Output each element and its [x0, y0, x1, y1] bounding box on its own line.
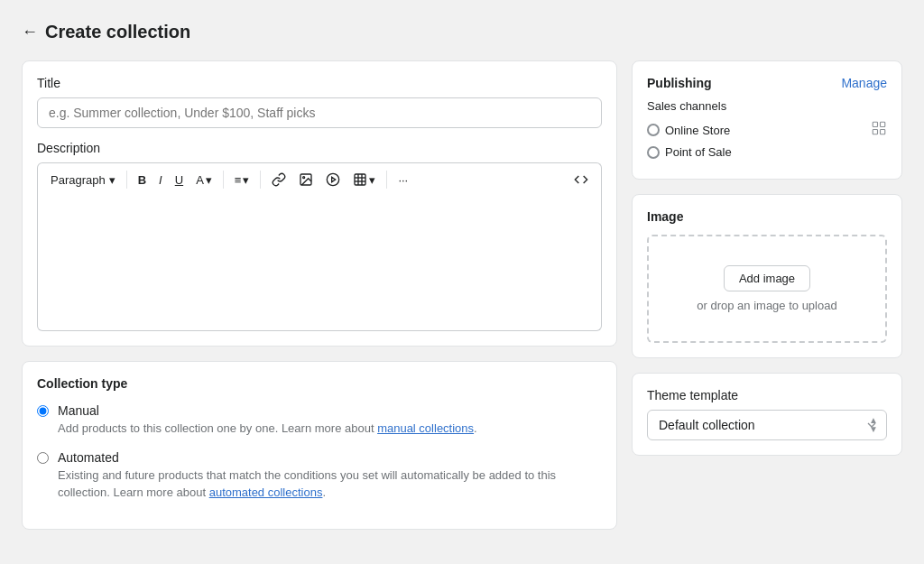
manual-collections-link[interactable]: manual collections [377, 421, 474, 435]
drop-hint: or drop an image to upload [697, 299, 836, 312]
online-store-radio-circle [647, 124, 660, 136]
video-button[interactable] [320, 169, 346, 190]
svg-point-2 [328, 173, 339, 185]
align-icon: ≡ [235, 173, 242, 187]
theme-template-card: Theme template Default collection Custom… [632, 373, 902, 456]
left-column: Title Description Paragraph ▾ B I U [22, 60, 617, 530]
svg-rect-10 [881, 122, 885, 126]
channel-point-of-sale: Point of Sale [647, 145, 887, 159]
code-button[interactable] [568, 169, 594, 190]
title-input[interactable] [37, 97, 602, 128]
text-color-chevron: ▾ [206, 173, 212, 187]
manual-desc: Add products to this collection one by o… [58, 420, 477, 438]
manual-radio[interactable] [37, 405, 49, 417]
text-color-label: A [196, 173, 204, 187]
paragraph-group: Paragraph ▾ [45, 170, 121, 190]
theme-select-wrapper: Default collection Custom template ▲ ▼ [647, 410, 887, 440]
align-group: ≡ ▾ [229, 170, 255, 190]
link-icon [272, 172, 286, 187]
format-group: B I U A ▾ [133, 170, 217, 190]
image-dropzone[interactable]: Add image or drop an image to upload [647, 235, 887, 343]
theme-select[interactable]: Default collection Custom template [647, 410, 887, 440]
video-icon [326, 172, 340, 187]
manual-content: Manual Add products to this collection o… [58, 403, 477, 438]
publishing-header: Publishing Manage [647, 76, 887, 90]
underline-button[interactable]: U [170, 170, 189, 190]
bold-button[interactable]: B [133, 170, 152, 190]
table-chevron: ▾ [369, 173, 375, 187]
text-color-button[interactable]: A ▾ [190, 170, 217, 190]
paragraph-label: Paragraph [51, 173, 106, 187]
pos-radio-circle [647, 146, 660, 159]
channel-online-store-left: Online Store [647, 124, 730, 137]
add-image-button[interactable]: Add image [724, 265, 810, 291]
channel-pos-left: Point of Sale [647, 145, 732, 159]
title-label: Title [37, 76, 602, 90]
theme-title: Theme template [647, 388, 887, 402]
toolbar-divider-3 [260, 171, 261, 189]
publishing-title: Publishing [647, 76, 712, 90]
automated-radio[interactable] [37, 452, 49, 464]
publishing-card: Publishing Manage Sales channels Online … [632, 60, 902, 180]
automated-label: Automated [58, 450, 602, 465]
code-icon [574, 172, 588, 187]
description-editor[interactable] [37, 196, 602, 331]
paragraph-dropdown[interactable]: Paragraph ▾ [45, 170, 121, 190]
automated-collections-link[interactable]: automated collections [209, 485, 323, 499]
svg-rect-9 [873, 122, 877, 126]
image-title: Image [647, 209, 887, 224]
svg-point-1 [303, 177, 305, 179]
align-chevron: ▾ [243, 173, 249, 187]
channel-online-store: Online Store [647, 120, 887, 140]
manual-label: Manual [58, 403, 477, 418]
manage-link[interactable]: Manage [841, 76, 887, 90]
main-layout: Title Description Paragraph ▾ B I U [22, 60, 902, 530]
page-header: ← Create collection [22, 22, 902, 42]
link-button[interactable] [266, 169, 291, 190]
image-insert-button[interactable] [293, 169, 319, 190]
more-button[interactable]: ··· [393, 170, 413, 190]
online-store-name: Online Store [665, 124, 730, 137]
pos-name: Point of Sale [665, 145, 732, 159]
svg-marker-3 [332, 177, 336, 181]
image-insert-icon [299, 172, 313, 187]
svg-rect-12 [881, 130, 885, 134]
table-icon [353, 172, 367, 187]
toolbar-divider-4 [386, 171, 387, 189]
automated-content: Automated Existing and future products t… [58, 450, 602, 502]
image-card: Image Add image or drop an image to uplo… [632, 194, 902, 358]
toolbar-divider-2 [223, 171, 224, 189]
description-label: Description [37, 141, 602, 155]
table-button[interactable]: ▾ [347, 169, 381, 190]
align-button[interactable]: ≡ ▾ [229, 170, 255, 190]
automated-option: Automated Existing and future products t… [37, 450, 602, 502]
back-button[interactable]: ← [22, 23, 38, 42]
paragraph-chevron: ▾ [109, 173, 116, 187]
svg-rect-4 [355, 174, 365, 185]
online-store-icon [871, 120, 887, 140]
italic-button[interactable]: I [153, 170, 168, 190]
editor-toolbar: Paragraph ▾ B I U A ▾ ≡ [37, 162, 602, 196]
toolbar-divider-1 [126, 171, 127, 189]
automated-desc: Existing and future products that match … [58, 467, 602, 502]
svg-rect-11 [873, 130, 877, 134]
insert-group: ▾ [266, 169, 381, 190]
right-column: Publishing Manage Sales channels Online … [632, 60, 902, 456]
collection-type-title: Collection type [37, 376, 602, 391]
title-description-card: Title Description Paragraph ▾ B I U [22, 60, 617, 347]
manual-option: Manual Add products to this collection o… [37, 403, 602, 438]
sales-channels-label: Sales channels [647, 99, 887, 113]
page-title: Create collection [45, 22, 190, 42]
collection-type-card: Collection type Manual Add products to t… [22, 361, 617, 530]
